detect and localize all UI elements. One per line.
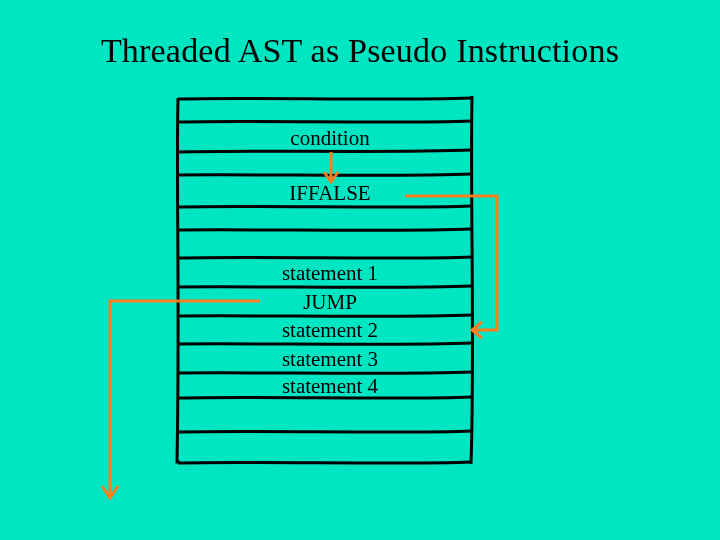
row-stmt1: statement 1: [250, 263, 410, 284]
row-stmt4: statement 4: [250, 376, 410, 397]
row-condition: condition: [250, 128, 410, 149]
row-iffalse: IFFALSE: [250, 183, 410, 204]
arrow-jump-to-end: [102, 301, 260, 498]
arrow-condition-to-iffalse: [324, 152, 338, 182]
row-jump: JUMP: [250, 292, 410, 313]
row-stmt3: statement 3: [250, 349, 410, 370]
row-stmt2: statement 2: [250, 320, 410, 341]
